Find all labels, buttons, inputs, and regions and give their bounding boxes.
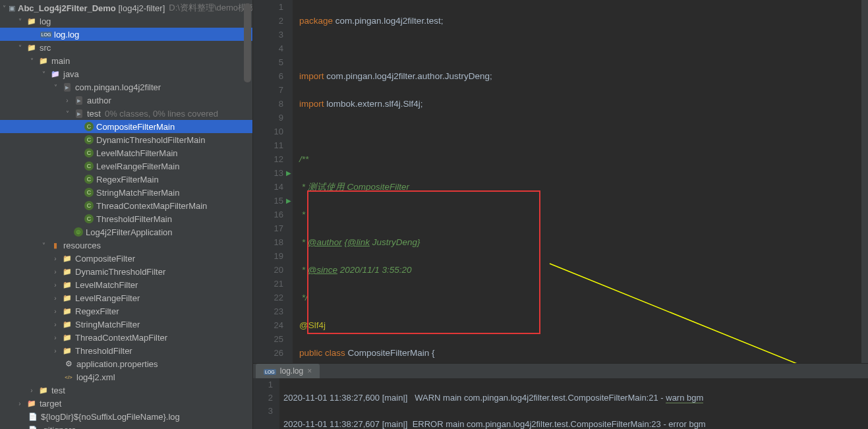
folder-icon [26,42,37,53]
tree-class-composite[interactable]: CompositeFilterMain [0,120,252,133]
tree-folder-res-levelrange[interactable]: ›LevelRangeFilter [0,291,252,304]
folder-icon [38,385,49,395]
tree-folder-target[interactable]: ›target [0,397,252,410]
log-file-icon [264,366,276,376]
tree-class-levelmatch[interactable]: LevelMatchFilterMain [0,146,252,159]
tree-folder-res-composite[interactable]: ›CompositeFilter [0,252,252,265]
class-icon [84,161,94,171]
project-name: Abc_Log4j2Filter_Demo [18,3,116,13]
chevron-right-icon: › [51,281,59,289]
tree-class-levelrange[interactable]: LevelRangeFilterMain [0,159,252,173]
folder-icon [62,319,72,329]
class-icon [84,148,94,157]
tree-folder-res-regex[interactable]: ›RegexFilter [0,304,252,318]
tree-folder-src[interactable]: ˅src [0,41,252,54]
package-icon [74,95,84,105]
folder-icon [62,345,72,356]
folder-icon [62,306,72,316]
chevron-right-icon: › [16,400,24,407]
tree-file-loglog[interactable]: log.log [0,28,252,41]
package-icon [74,108,84,119]
tree-package-test[interactable]: ˅test0% classes, 0% lines covered [0,107,252,120]
chevron-right-icon: › [51,334,59,341]
package-icon [62,82,72,92]
resources-folder-icon [50,240,61,250]
class-icon [84,122,94,131]
folder-icon [62,253,72,264]
chevron-down-icon: ˅ [40,71,47,78]
project-tree-panel[interactable]: ˅ Abc_Log4j2Filter_Demo [log4j2-filter]D… [0,0,253,429]
tree-package[interactable]: ˅com.pingan.log4j2filter [0,80,252,94]
chevron-down-icon: ˅ [16,18,24,25]
folder-icon [26,16,37,26]
folder-icon [62,266,72,277]
tree-file-props[interactable]: application.properties [0,357,252,370]
chevron-down-icon: ˅ [3,5,6,12]
chevron-right-icon: › [51,268,59,275]
log-file-icon [41,29,51,40]
chevron-down-icon: ˅ [40,242,47,249]
project-root[interactable]: ˅ Abc_Log4j2Filter_Demo [log4j2-filter]D… [0,1,252,14]
chevron-right-icon: › [51,295,59,302]
chevron-right-icon: › [28,387,36,394]
folder-icon [62,279,72,290]
sidebar-scrollbar[interactable] [244,3,251,82]
tree-class-dynthresh[interactable]: DynamicThresholdFilterMain [0,133,252,146]
class-icon [84,175,94,184]
tree-folder-main[interactable]: ˅main [0,54,252,67]
target-folder-icon [26,398,37,409]
chevron-right-icon: › [51,308,59,315]
tree-class-threadctx[interactable]: ThreadContextMapFilterMain [0,199,252,212]
coverage-label: 0% classes, 0% lines covered [105,109,218,119]
folder-icon [62,332,72,343]
folder-icon [62,293,72,303]
chevron-right-icon: › [51,321,59,328]
close-icon[interactable]: × [307,366,312,376]
editor-gutter: 1234567891011121314151617181920212223242… [253,0,293,363]
code-area[interactable]: package com.pingan.log4j2filter.test; im… [293,0,868,363]
tree-folder-res-levelmatch[interactable]: ›LevelMatchFilter [0,278,252,291]
tree-folder-res-threadctx[interactable]: ›ThreadContextMapFilter [0,331,252,344]
log-tab-label: log.log [280,366,303,376]
editor-minimap[interactable] [861,0,868,363]
tree-folder-res-threshold[interactable]: ›ThresholdFilter [0,344,252,357]
tree-folder-resources[interactable]: ˅resources [0,239,252,252]
tree-package-author[interactable]: ›author [0,94,252,107]
chevron-right-icon: › [51,255,59,262]
tree-class-strmatch[interactable]: StringMatchFilterMain [0,186,252,199]
class-icon [84,135,94,144]
chevron-right-icon: › [63,97,71,104]
sources-folder-icon [50,69,61,79]
file-icon [28,424,38,429]
log-tab[interactable]: log.log × [256,364,320,378]
tree-class-regex[interactable]: RegexFilterMain [0,173,252,186]
tree-class-app[interactable]: Log4j2FilterApplication [0,225,252,239]
project-path: D:\资料整理\demo模板 [169,2,253,14]
tree-folder-res-dynthresh[interactable]: ›DynamicThresholdFilter [0,265,252,278]
class-icon [84,188,94,197]
tree-folder-test[interactable]: ›test [0,384,252,397]
spring-boot-icon [74,227,83,237]
properties-icon [63,358,74,369]
chevron-right-icon: › [51,347,59,355]
log-panel: log.log × 123 2020-11-01 11:38:27,600 [m… [253,363,868,429]
xml-icon [63,372,74,382]
chevron-down-icon: ˅ [16,44,24,51]
log-output[interactable]: 2020-11-01 11:38:27,600 [main|] WARN mai… [279,378,868,429]
tree-folder-java[interactable]: ˅java [0,67,252,80]
class-icon [84,201,94,210]
code-editor[interactable]: 1234567891011121314151617181920212223242… [253,0,868,363]
folder-icon [38,55,49,66]
module-label: [log4j2-filter] [118,3,165,13]
tree-file-logtpl[interactable]: ${logDir}${noSuffixLogFileName}.log [0,410,252,423]
chevron-down-icon: ˅ [28,57,36,65]
tree-folder-log[interactable]: ˅log [0,14,252,28]
file-icon [28,411,38,422]
chevron-down-icon: ˅ [63,110,71,117]
class-icon [84,214,94,223]
tree-folder-res-strmatch[interactable]: ›StringMatchFilter [0,318,252,331]
tree-file-xml[interactable]: log4j2.xml [0,370,252,384]
tree-class-threshold[interactable]: ThresholdFilterMain [0,212,252,225]
tree-file-gitignore[interactable]: .gitignore [0,423,252,429]
log-tabs: log.log × [253,364,868,378]
